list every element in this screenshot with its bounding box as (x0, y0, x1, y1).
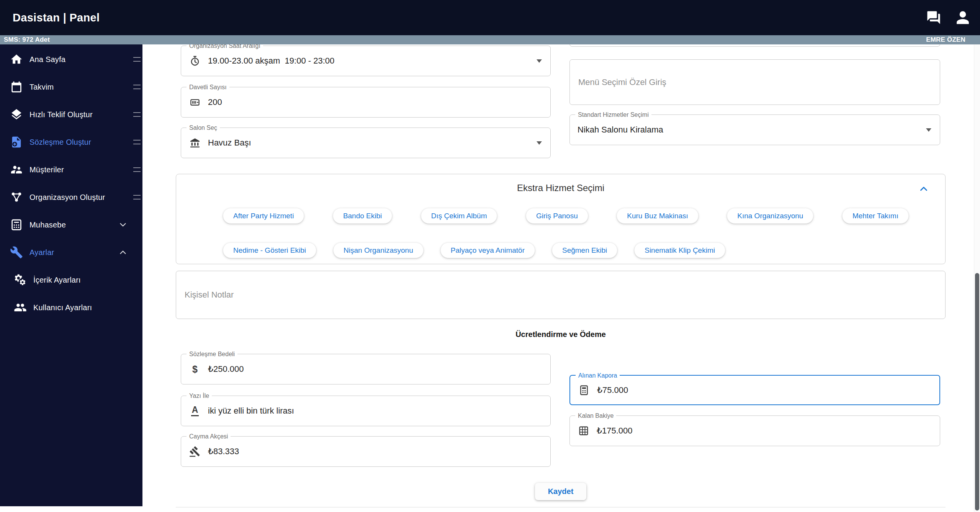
field-label: Yazı İle (187, 392, 212, 400)
pricing-heading: Ücretlendirme ve Ödeme (176, 330, 946, 339)
field-value: iki yüz elli bin türk lirası (208, 406, 294, 416)
field-menu-secimi-ozel-giris[interactable]: Menü Seçimi Özel Giriş (569, 59, 940, 105)
field-label: Organizasyon Saat Aralığı (187, 44, 263, 50)
tally-icon (189, 96, 201, 108)
field-value: ₺75.000 (597, 385, 628, 395)
field-davetli-sayisi[interactable]: Davetli Sayısı 200 (181, 87, 551, 118)
drag-handle-icon[interactable] (133, 195, 141, 200)
sidebar-item-organizasyon-olustur[interactable]: Organizasyon Oluştur (0, 183, 142, 211)
drag-handle-icon[interactable] (133, 85, 141, 89)
field-salon-sec[interactable]: Salon Seç Havuz Başı (181, 128, 551, 158)
chevron-up-icon[interactable] (118, 247, 128, 257)
sidebar: Ana Sayfa Takvim Hızlı Teklif Oluştur (0, 44, 142, 506)
vertical-scrollbar[interactable] (974, 44, 980, 512)
sidebar-item-label: Kullanıcı Ayarları (33, 303, 92, 312)
service-chip-row: After Party Hizmeti Bando Ekibi Dış Çeki… (223, 208, 909, 224)
grid-icon (578, 425, 590, 437)
sidebar-item-label: Sözleşme Oluştur (29, 138, 91, 147)
sidebar-item-label: Hızlı Teklif Oluştur (29, 110, 93, 119)
sidebar-item-label: İçerik Ayarları (33, 276, 81, 285)
sidebar-item-sozlesme-olustur[interactable]: Sözleşme Oluştur (0, 128, 142, 156)
service-chip[interactable]: Mehter Takımı (842, 208, 909, 224)
dollar-icon: $ (189, 363, 201, 375)
service-chip[interactable]: Giriş Panosu (526, 208, 588, 224)
field-label: Davetli Sayısı (187, 83, 229, 91)
service-chip[interactable]: Nişan Organizasyonu (333, 242, 424, 258)
sidebar-item-muhasebe[interactable]: Muhasebe (0, 211, 142, 239)
sms-credit: SMS: 972 Adet (4, 36, 50, 44)
service-chip-row: Nedime - Gösteri Ekibi Nişan Organizasyo… (223, 242, 725, 258)
scrollbar-thumb[interactable] (975, 273, 979, 510)
main-content: Organizasyon Saat Aralığı 19.00-23.00 ak… (142, 44, 974, 512)
service-chip[interactable]: Nedime - Gösteri Ekibi (223, 242, 316, 258)
field-cayma-akcesi[interactable]: Cayma Akçesi ₺83.333 (181, 436, 551, 467)
collapse-chevron-up-icon[interactable] (918, 183, 930, 195)
home-icon (10, 53, 23, 66)
field-label: Cayma Akçesi (187, 433, 231, 440)
field-value: Nikah Salonu Kiralama (578, 125, 663, 135)
document-add-icon (10, 136, 23, 149)
service-chip[interactable]: Sinematik Klip Çekimi (634, 242, 725, 258)
topbar: Dasistan | Panel (0, 0, 980, 35)
drag-handle-icon[interactable] (133, 112, 141, 117)
drag-handle-icon[interactable] (133, 167, 141, 172)
sidebar-item-label: Takvim (29, 83, 54, 92)
sidebar-item-label: Müşteriler (29, 165, 64, 174)
hub-icon (10, 191, 23, 204)
field-value: ₺175.000 (597, 426, 633, 436)
service-chip[interactable]: Seğmen Ekibi (552, 242, 617, 258)
field-alinan-kapora[interactable]: Alınan Kapora ₺75.000 (569, 375, 940, 405)
field-value: 19.00-23.00 akşam 19:00 - 23:00 (208, 56, 334, 66)
field-label: Sözleşme Bedeli (187, 350, 237, 358)
extra-services-title: Ekstra Hizmet Seçimi (176, 183, 945, 193)
gavel-icon (189, 445, 201, 458)
field-value: ₺250.000 (208, 364, 244, 374)
sidebar-item-hizli-teklif[interactable]: Hızlı Teklif Oluştur (0, 101, 142, 128)
next-section-divider (176, 507, 946, 507)
sidebar-item-musteriler[interactable]: Müşteriler (0, 156, 142, 183)
field-label: Alınan Kapora (576, 372, 620, 380)
dropdown-caret-icon (537, 141, 542, 145)
extra-services-section: Ekstra Hizmet Seçimi After Party Hizmeti… (176, 174, 946, 264)
save-button[interactable]: Kaydet (535, 483, 586, 500)
sidebar-item-label: Ana Sayfa (29, 55, 65, 64)
field-organizasyon-saat-araligi[interactable]: Organizasyon Saat Aralığı 19.00-23.00 ak… (181, 46, 551, 76)
messages-icon[interactable] (926, 10, 942, 26)
service-chip[interactable]: Bando Ekibi (333, 208, 392, 224)
account-icon[interactable] (955, 10, 971, 26)
field-kisisel-notlar[interactable]: Kişisel Notlar (176, 271, 946, 319)
field-standart-hizmetler[interactable]: Standart Hizmetler Seçimi Nikah Salonu K… (569, 115, 940, 145)
sidebar-item-takvim[interactable]: Takvim (0, 73, 142, 101)
service-chip[interactable]: Kına Organizasyonu (727, 208, 813, 224)
field-sozlesme-bedeli[interactable]: Sözleşme Bedeli $ ₺250.000 (181, 354, 551, 384)
app-window: Dasistan | Panel SMS: 972 Adet EMRE ÖZEN… (0, 0, 980, 512)
venue-icon (189, 137, 201, 149)
service-chip[interactable]: Palyaço veya Animatör (440, 242, 535, 258)
calculator-icon (10, 218, 23, 231)
service-chip[interactable]: After Party Hizmeti (223, 208, 304, 224)
drag-handle-icon[interactable] (133, 57, 141, 62)
field-label: Standart Hizmetler Seçimi (575, 111, 651, 119)
field-placeholder: Menü Seçimi Özel Giriş (578, 77, 666, 87)
topbar-actions (926, 10, 980, 26)
letter-icon: A (189, 405, 201, 417)
drag-handle-icon[interactable] (133, 140, 141, 144)
app-title: Dasistan | Panel (13, 11, 100, 24)
current-user: EMRE ÖZEN (926, 36, 965, 44)
truncated-field[interactable] (569, 44, 940, 47)
field-value: Havuz Başı (208, 138, 251, 148)
timer-icon (189, 55, 201, 67)
wrench-icon (10, 246, 23, 259)
field-kalan-bakiye[interactable]: Kalan Bakiye ₺175.000 (569, 415, 940, 446)
dropdown-caret-icon (926, 128, 931, 132)
sidebar-item-ayarlar[interactable]: Ayarlar (0, 239, 142, 266)
sidebar-item-kullanici-ayarlari[interactable]: Kullanıcı Ayarları (0, 294, 142, 321)
field-value: 200 (208, 97, 222, 107)
chevron-down-icon[interactable] (118, 220, 128, 230)
sidebar-item-icerik-ayarlari[interactable]: İçerik Ayarları (0, 266, 142, 294)
field-yazi-ile[interactable]: Yazı İle A iki yüz elli bin türk lirası (181, 396, 551, 426)
field-placeholder: Kişisel Notlar (185, 290, 234, 300)
service-chip[interactable]: Kuru Buz Makinası (617, 208, 698, 224)
sidebar-item-ana-sayfa[interactable]: Ana Sayfa (0, 46, 142, 73)
service-chip[interactable]: Dış Çekim Albüm (421, 208, 497, 224)
